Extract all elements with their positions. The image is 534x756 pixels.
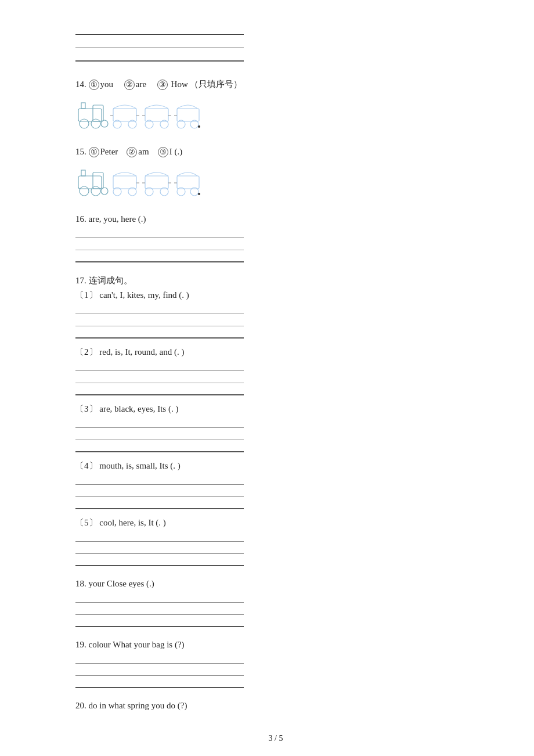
q19-line-1	[75, 653, 244, 664]
q17-sub2-lines	[75, 361, 244, 395]
svg-rect-36	[177, 176, 199, 189]
top-line-1	[75, 23, 244, 35]
svg-point-24	[80, 186, 89, 196]
q17-s2-l3	[75, 385, 244, 395]
q17-s5-l3	[75, 556, 244, 566]
q17-sub3-lines	[75, 417, 244, 452]
top-answer-lines	[75, 23, 476, 62]
q17-sub4-lines	[75, 474, 244, 509]
q17-s1-l1	[75, 304, 244, 314]
q17-sub4-label: 〔4〕 mouth, is, small, Its (. )	[75, 460, 476, 471]
q17-sub1: 〔1〕 can't, I, kites, my, find (. )	[75, 290, 476, 339]
q14-circle-2: ②	[124, 80, 135, 90]
train-svg-14	[75, 95, 203, 134]
q17-sub1-lines	[75, 304, 244, 339]
q19-line-2	[75, 665, 244, 676]
svg-point-4	[91, 119, 100, 128]
q15-circle-3: ③	[158, 147, 168, 157]
q20-label: 20. do in what spring you do (?)	[75, 701, 476, 711]
q17-s3-l1	[75, 417, 244, 428]
q17-sub5: 〔5〕 cool, here, is, It (. )	[75, 517, 476, 566]
q17-s5-l2	[75, 543, 244, 554]
train-svg-15	[75, 162, 203, 201]
svg-point-3	[80, 119, 89, 128]
q18-label: 18. your Close eyes (.)	[75, 579, 476, 589]
q16-line-3	[75, 252, 244, 262]
question-18: 18. your Close eyes (.)	[75, 579, 476, 627]
q16-label: 16. are, you, here (.)	[75, 214, 476, 224]
svg-point-20	[198, 125, 200, 128]
q17-s1-l3	[75, 328, 244, 339]
svg-rect-21	[81, 170, 85, 176]
question-14: 14. ①you ②are ③ How （只填序号）	[75, 79, 476, 134]
q17-sub4: 〔4〕 mouth, is, small, Its (. )	[75, 460, 476, 509]
q14-circle-1: ①	[89, 80, 99, 90]
svg-point-40	[198, 193, 200, 195]
q17-s1-l2	[75, 316, 244, 326]
question-19: 19. colour What your bag is (?)	[75, 640, 476, 688]
q14-train	[75, 95, 476, 134]
q15-label: 15. ①Peter ②am ③I (.)	[75, 147, 476, 157]
q17-sub2-label: 〔2〕 red, is, It, round, and (. )	[75, 347, 476, 358]
question-20: 20. do in what spring you do (?)	[75, 701, 476, 711]
q17-sub5-lines	[75, 531, 244, 566]
svg-rect-16	[177, 109, 199, 121]
top-line-3	[75, 50, 244, 62]
q17-s4-l2	[75, 487, 244, 497]
q19-label: 19. colour What your bag is (?)	[75, 640, 476, 650]
q17-s4-l1	[75, 474, 244, 485]
q17-sub2: 〔2〕 red, is, It, round, and (. )	[75, 347, 476, 395]
svg-rect-11	[145, 109, 168, 121]
q19-line-3	[75, 678, 244, 688]
q17-s3-l2	[75, 430, 244, 440]
q17-s5-l1	[75, 531, 244, 542]
q14-label: 14. ①you ②are ③ How （只填序号）	[75, 79, 476, 90]
question-17: 17. 连词成句。 〔1〕 can't, I, kites, my, find …	[75, 275, 476, 566]
q16-line-1	[75, 228, 244, 238]
q18-line-2	[75, 604, 244, 615]
svg-rect-31	[145, 176, 168, 189]
q15-train	[75, 162, 476, 201]
q17-s4-l3	[75, 499, 244, 509]
q17-sub3: 〔3〕 are, black, eyes, Its (. )	[75, 404, 476, 452]
q17-s3-l3	[75, 442, 244, 452]
svg-rect-27	[113, 176, 136, 189]
q14-circle-3: ③	[157, 80, 168, 90]
q19-answer-lines	[75, 653, 244, 688]
question-15: 15. ①Peter ②am ③I (.)	[75, 147, 476, 201]
q17-sub1-label: 〔1〕 can't, I, kites, my, find (. )	[75, 290, 476, 301]
q17-s2-l1	[75, 361, 244, 371]
page-number: 3 / 5	[75, 734, 476, 743]
q17-sub3-label: 〔3〕 are, black, eyes, Its (. )	[75, 404, 476, 415]
q18-answer-lines	[75, 592, 244, 627]
q15-circle-1: ①	[89, 147, 99, 157]
q17-s2-l2	[75, 373, 244, 383]
q15-circle-2: ②	[127, 147, 137, 157]
q16-answer-lines	[75, 228, 244, 262]
svg-rect-6	[113, 109, 136, 121]
svg-rect-0	[81, 103, 85, 109]
q17-label: 17. 连词成句。	[75, 275, 476, 286]
question-16: 16. are, you, here (.)	[75, 214, 476, 262]
top-line-2	[75, 37, 244, 48]
svg-point-25	[91, 186, 100, 196]
svg-point-5	[101, 120, 108, 127]
q18-line-1	[75, 592, 244, 603]
q18-line-3	[75, 617, 244, 627]
svg-point-26	[101, 188, 108, 195]
q16-line-2	[75, 240, 244, 250]
q17-sub5-label: 〔5〕 cool, here, is, It (. )	[75, 517, 476, 528]
